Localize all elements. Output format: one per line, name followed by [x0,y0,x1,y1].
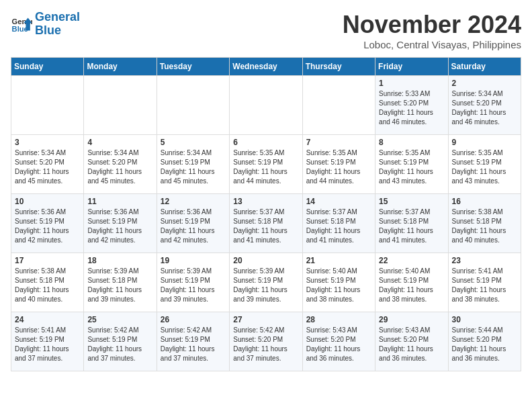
weekday-header-friday: Friday [375,58,448,76]
day-info: Sunrise: 5:36 AM Sunset: 5:19 PM Dayligh… [15,208,80,245]
day-number: 11 [87,197,152,206]
calendar-cell: 23Sunrise: 5:41 AM Sunset: 5:19 PM Dayli… [448,253,521,312]
day-number: 25 [87,315,152,324]
day-info: Sunrise: 5:35 AM Sunset: 5:19 PM Dayligh… [379,148,444,186]
day-number: 29 [379,315,444,324]
calendar-week-5: 24Sunrise: 5:41 AM Sunset: 5:19 PM Dayli… [11,312,521,371]
day-number: 1 [379,79,444,88]
calendar-cell: 9Sunrise: 5:35 AM Sunset: 5:19 PM Daylig… [448,135,521,194]
day-number: 21 [306,256,371,265]
page-header: General Blue GeneralBlue November 2024 L… [11,11,521,50]
day-info: Sunrise: 5:37 AM Sunset: 5:18 PM Dayligh… [379,208,444,245]
day-info: Sunrise: 5:35 AM Sunset: 5:19 PM Dayligh… [452,148,517,186]
weekday-header-thursday: Thursday [302,58,375,76]
day-info: Sunrise: 5:36 AM Sunset: 5:19 PM Dayligh… [87,208,152,245]
day-number: 7 [306,138,371,147]
calendar-cell: 13Sunrise: 5:37 AM Sunset: 5:18 PM Dayli… [230,194,302,253]
day-info: Sunrise: 5:38 AM Sunset: 5:18 PM Dayligh… [15,267,80,304]
calendar-cell: 25Sunrise: 5:42 AM Sunset: 5:19 PM Dayli… [84,312,157,371]
day-number: 15 [379,197,444,206]
calendar-week-3: 10Sunrise: 5:36 AM Sunset: 5:19 PM Dayli… [11,194,521,253]
day-number: 18 [87,256,152,265]
day-number: 16 [452,197,517,206]
day-info: Sunrise: 5:35 AM Sunset: 5:19 PM Dayligh… [233,148,298,186]
day-number: 2 [452,79,517,88]
calendar-cell: 30Sunrise: 5:44 AM Sunset: 5:20 PM Dayli… [448,312,521,371]
location-subtitle: Loboc, Central Visayas, Philippines [343,39,521,50]
calendar-week-2: 3Sunrise: 5:34 AM Sunset: 5:20 PM Daylig… [11,135,521,194]
day-info: Sunrise: 5:42 AM Sunset: 5:20 PM Dayligh… [233,326,298,363]
title-area: November 2024 Loboc, Central Visayas, Ph… [343,11,521,50]
calendar-cell: 20Sunrise: 5:39 AM Sunset: 5:19 PM Dayli… [230,253,302,312]
day-number: 8 [379,138,444,147]
calendar-week-4: 17Sunrise: 5:38 AM Sunset: 5:18 PM Dayli… [11,253,521,312]
day-info: Sunrise: 5:40 AM Sunset: 5:19 PM Dayligh… [379,267,444,304]
day-number: 26 [161,315,226,324]
day-info: Sunrise: 5:44 AM Sunset: 5:20 PM Dayligh… [452,326,517,363]
calendar-table: SundayMondayTuesdayWednesdayThursdayFrid… [11,57,521,371]
day-info: Sunrise: 5:37 AM Sunset: 5:18 PM Dayligh… [233,208,298,245]
calendar-cell: 1Sunrise: 5:33 AM Sunset: 5:20 PM Daylig… [375,76,448,135]
day-number: 6 [233,138,298,147]
day-number: 17 [15,256,80,265]
calendar-cell: 14Sunrise: 5:37 AM Sunset: 5:18 PM Dayli… [302,194,375,253]
day-number: 3 [15,138,80,147]
calendar-cell [157,76,229,135]
day-info: Sunrise: 5:36 AM Sunset: 5:19 PM Dayligh… [161,208,226,245]
calendar-cell: 11Sunrise: 5:36 AM Sunset: 5:19 PM Dayli… [84,194,157,253]
calendar-cell: 24Sunrise: 5:41 AM Sunset: 5:19 PM Dayli… [11,312,84,371]
day-number: 12 [161,197,226,206]
day-number: 10 [15,197,80,206]
day-info: Sunrise: 5:43 AM Sunset: 5:20 PM Dayligh… [379,326,444,363]
calendar-cell: 18Sunrise: 5:39 AM Sunset: 5:18 PM Dayli… [84,253,157,312]
day-number: 28 [306,315,371,324]
day-number: 22 [379,256,444,265]
day-number: 30 [452,315,517,324]
day-info: Sunrise: 5:42 AM Sunset: 5:19 PM Dayligh… [161,326,226,363]
calendar-cell: 22Sunrise: 5:40 AM Sunset: 5:19 PM Dayli… [375,253,448,312]
calendar-cell: 8Sunrise: 5:35 AM Sunset: 5:19 PM Daylig… [375,135,448,194]
calendar-cell [84,76,157,135]
day-info: Sunrise: 5:34 AM Sunset: 5:20 PM Dayligh… [15,148,80,186]
calendar-cell: 19Sunrise: 5:39 AM Sunset: 5:19 PM Dayli… [157,253,229,312]
calendar-cell: 4Sunrise: 5:34 AM Sunset: 5:20 PM Daylig… [84,135,157,194]
day-info: Sunrise: 5:38 AM Sunset: 5:18 PM Dayligh… [452,208,517,245]
logo-icon: General Blue [11,13,32,35]
calendar-cell: 21Sunrise: 5:40 AM Sunset: 5:19 PM Dayli… [302,253,375,312]
calendar-cell: 15Sunrise: 5:37 AM Sunset: 5:18 PM Dayli… [375,194,448,253]
weekday-header-tuesday: Tuesday [157,58,229,76]
day-number: 19 [161,256,226,265]
day-info: Sunrise: 5:39 AM Sunset: 5:19 PM Dayligh… [233,267,298,304]
calendar-header-row: SundayMondayTuesdayWednesdayThursdayFrid… [11,58,521,76]
calendar-cell: 16Sunrise: 5:38 AM Sunset: 5:18 PM Dayli… [448,194,521,253]
calendar-cell [230,76,302,135]
day-number: 4 [87,138,152,147]
calendar-cell: 5Sunrise: 5:34 AM Sunset: 5:19 PM Daylig… [157,135,229,194]
day-info: Sunrise: 5:41 AM Sunset: 5:19 PM Dayligh… [452,267,517,304]
day-info: Sunrise: 5:35 AM Sunset: 5:19 PM Dayligh… [306,148,371,186]
svg-text:Blue: Blue [12,25,28,33]
day-number: 24 [15,315,80,324]
weekday-header-monday: Monday [84,58,157,76]
day-info: Sunrise: 5:40 AM Sunset: 5:19 PM Dayligh… [306,267,371,304]
weekday-header-wednesday: Wednesday [230,58,302,76]
logo: General Blue GeneralBlue [11,11,80,38]
day-info: Sunrise: 5:37 AM Sunset: 5:18 PM Dayligh… [306,208,371,245]
day-number: 14 [306,197,371,206]
calendar-cell: 17Sunrise: 5:38 AM Sunset: 5:18 PM Dayli… [11,253,84,312]
weekday-header-sunday: Sunday [11,58,84,76]
calendar-cell: 28Sunrise: 5:43 AM Sunset: 5:20 PM Dayli… [302,312,375,371]
calendar-body: 1Sunrise: 5:33 AM Sunset: 5:20 PM Daylig… [11,76,521,371]
day-info: Sunrise: 5:34 AM Sunset: 5:20 PM Dayligh… [452,89,517,127]
calendar-cell: 10Sunrise: 5:36 AM Sunset: 5:19 PM Dayli… [11,194,84,253]
calendar-cell [11,76,84,135]
calendar-cell: 3Sunrise: 5:34 AM Sunset: 5:20 PM Daylig… [11,135,84,194]
calendar-cell: 29Sunrise: 5:43 AM Sunset: 5:20 PM Dayli… [375,312,448,371]
day-info: Sunrise: 5:42 AM Sunset: 5:19 PM Dayligh… [87,326,152,363]
day-info: Sunrise: 5:34 AM Sunset: 5:20 PM Dayligh… [87,148,152,186]
day-info: Sunrise: 5:39 AM Sunset: 5:19 PM Dayligh… [161,267,226,304]
day-info: Sunrise: 5:41 AM Sunset: 5:19 PM Dayligh… [15,326,80,363]
calendar-cell: 26Sunrise: 5:42 AM Sunset: 5:19 PM Dayli… [157,312,229,371]
calendar-cell: 2Sunrise: 5:34 AM Sunset: 5:20 PM Daylig… [448,76,521,135]
day-number: 23 [452,256,517,265]
